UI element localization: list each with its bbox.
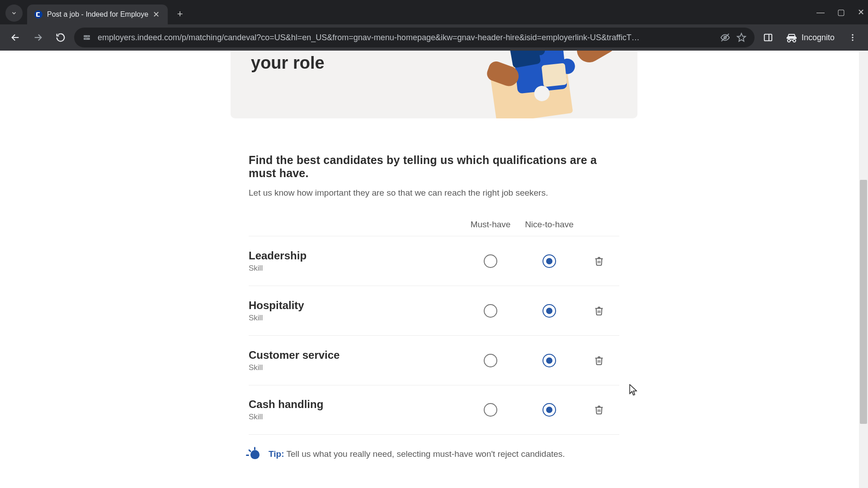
svg-point-12 — [852, 37, 853, 38]
url-text: employers.indeed.com/p/matching/candeval… — [98, 33, 714, 42]
puzzle-illustration — [466, 51, 619, 118]
page-content: your role Find the best candidates by te… — [0, 51, 868, 488]
tab-search-button[interactable] — [5, 5, 23, 22]
skill-type: Skill — [249, 413, 461, 422]
nav-forward-button[interactable] — [29, 28, 47, 47]
skill-type: Skill — [249, 314, 461, 323]
hero-banner: your role — [231, 51, 637, 118]
site-settings-icon[interactable] — [82, 33, 91, 42]
column-header-nice-to-have: Nice-to-have — [520, 220, 579, 230]
bookmark-star-icon[interactable] — [736, 33, 746, 42]
delete-skill-button[interactable] — [594, 305, 604, 316]
nav-reload-button[interactable] — [52, 28, 70, 47]
nice-to-have-radio[interactable] — [542, 304, 556, 318]
tab-title: Post a job - Indeed for Employe — [47, 10, 148, 19]
delete-skill-button[interactable] — [594, 256, 604, 267]
skill-name: Cash handling — [249, 398, 461, 411]
tip-body: Tell us what you really need, selecting … — [286, 449, 565, 459]
incognito-icon — [786, 32, 797, 43]
nice-to-have-radio[interactable] — [542, 254, 556, 268]
window-minimize-button[interactable]: ― — [816, 8, 825, 17]
nav-back-button[interactable] — [6, 28, 24, 47]
skill-name: Hospitality — [249, 299, 461, 312]
svg-marker-8 — [737, 33, 745, 41]
section-subheading: Let us know how important they are so th… — [249, 188, 619, 198]
delete-skill-button[interactable] — [594, 404, 604, 415]
side-panel-button[interactable] — [759, 28, 777, 47]
lightbulb-icon — [249, 449, 261, 462]
scrollbar-thumb[interactable] — [860, 180, 867, 424]
svg-rect-3 — [84, 38, 90, 40]
nice-to-have-radio[interactable] — [542, 354, 556, 367]
svg-point-13 — [852, 39, 853, 41]
address-bar[interactable]: employers.indeed.com/p/matching/candeval… — [74, 28, 755, 47]
must-have-radio[interactable] — [484, 304, 497, 318]
window-maximize-button[interactable]: ▢ — [837, 7, 845, 17]
hero-title-fragment: your role — [251, 53, 325, 73]
browser-toolbar: employers.indeed.com/p/matching/candeval… — [0, 24, 868, 51]
section-heading: Find the best candidates by telling us w… — [249, 154, 619, 180]
eye-off-icon[interactable] — [720, 33, 730, 42]
skill-type: Skill — [249, 363, 461, 372]
tip-callout: Tip: Tell us what you really need, selec… — [249, 447, 619, 462]
nice-to-have-radio[interactable] — [542, 403, 556, 417]
svg-rect-9 — [764, 34, 772, 41]
skill-name: Customer service — [249, 349, 461, 361]
must-have-radio[interactable] — [484, 254, 497, 268]
viewport: your role Find the best candidates by te… — [0, 51, 868, 488]
tip-text: Tip: Tell us what you really need, selec… — [269, 447, 565, 460]
qualifications-table: Must-have Nice-to-have LeadershipSkillHo… — [249, 220, 619, 435]
must-have-radio[interactable] — [484, 403, 497, 417]
table-row: Customer serviceSkill — [249, 335, 619, 385]
favicon-icon — [34, 10, 42, 19]
browser-menu-button[interactable] — [844, 28, 862, 47]
scrollbar-track[interactable] — [859, 51, 868, 488]
table-header-row: Must-have Nice-to-have — [249, 220, 619, 236]
table-row: LeadershipSkill — [249, 236, 619, 286]
window-close-button[interactable]: ✕ — [858, 7, 864, 17]
window-controls: ― ▢ ✕ — [816, 0, 864, 24]
incognito-label: Incognito — [802, 33, 835, 42]
incognito-indicator[interactable]: Incognito — [782, 32, 839, 43]
skill-type: Skill — [249, 264, 461, 273]
tab-strip: Post a job - Indeed for Employe ✕ + ― ▢ … — [0, 0, 868, 24]
table-row: Cash handlingSkill — [249, 385, 619, 435]
svg-point-11 — [852, 34, 853, 36]
delete-skill-button[interactable] — [594, 355, 604, 366]
skill-name: Leadership — [249, 249, 461, 262]
browser-tab-active[interactable]: Post a job - Indeed for Employe ✕ — [27, 5, 168, 24]
tab-close-button[interactable]: ✕ — [153, 10, 160, 19]
table-row: HospitalitySkill — [249, 286, 619, 335]
svg-rect-2 — [84, 36, 90, 37]
tip-label: Tip: — [269, 449, 284, 459]
column-header-must-have: Must-have — [461, 220, 520, 230]
new-tab-button[interactable]: + — [172, 6, 188, 22]
must-have-radio[interactable] — [484, 354, 497, 367]
